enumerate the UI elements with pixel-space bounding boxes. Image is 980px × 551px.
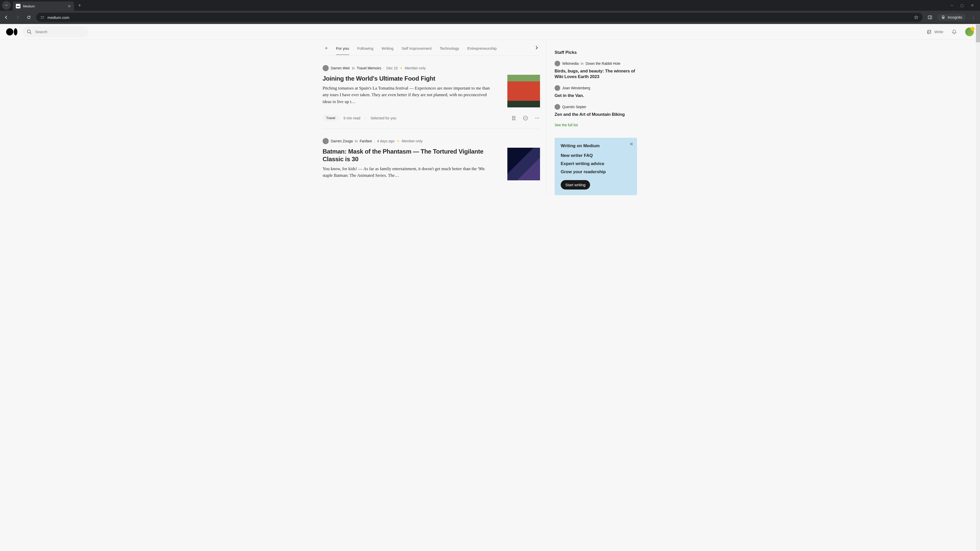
staff-pick: Joan Westenberg Get in the Van. [555, 85, 637, 98]
search-container[interactable] [22, 27, 89, 37]
browser-menu-icon[interactable]: ⋮ [969, 15, 977, 20]
selected-for-you: Selected for you [371, 116, 396, 120]
member-only-label: Member-only [402, 139, 423, 143]
member-only-label: Member-only [405, 66, 426, 70]
author-avatar[interactable] [323, 138, 329, 144]
topic-chip[interactable]: Travel [323, 114, 339, 121]
tab-close-icon[interactable]: ✕ [68, 4, 71, 9]
article-thumbnail[interactable] [508, 75, 540, 107]
pick-title[interactable]: Zen and the Art of Mountain Biking [555, 112, 637, 118]
tab-writing[interactable]: Writing [382, 46, 393, 55]
url-text: medium.com [48, 15, 69, 20]
add-topic-button[interactable]: + [325, 45, 328, 56]
card-link-readership[interactable]: Grow your readership [561, 169, 631, 175]
pick-avatar[interactable] [555, 104, 560, 110]
author-link[interactable]: Darren Zouga [331, 139, 353, 143]
site-header: Write [0, 24, 980, 40]
publication-link[interactable]: Fanfare [360, 139, 372, 143]
close-icon[interactable]: ✕ [630, 141, 633, 147]
see-full-list-link[interactable]: See the full list [555, 123, 637, 127]
article-footer: Travel 9 min read · Selected for you [323, 114, 540, 121]
pick-author[interactable]: Joan Westenberg [562, 86, 590, 90]
scrollbar-track[interactable] [976, 24, 980, 551]
card-link-advice[interactable]: Expert writing advice [561, 161, 631, 166]
tab-strip: ●● Medium ✕ + ─ ▢ ✕ [0, 0, 980, 11]
search-input[interactable] [35, 30, 85, 34]
svg-line-7 [30, 33, 32, 34]
reload-button[interactable] [25, 14, 33, 21]
tab-self-improvement[interactable]: Self Improvement [402, 46, 432, 55]
more-icon[interactable] [535, 115, 540, 121]
address-bar[interactable]: medium.com [36, 13, 923, 22]
author-link[interactable]: Darren Weir [331, 66, 350, 70]
svg-rect-0 [41, 16, 42, 17]
svg-point-6 [27, 30, 30, 33]
tab-title: Medium [23, 4, 35, 8]
site-settings-icon[interactable] [40, 15, 45, 19]
write-icon [927, 29, 932, 35]
pick-author[interactable]: Quentin Septer [562, 105, 586, 109]
card-link-faq[interactable]: New writer FAQ [561, 153, 631, 158]
start-writing-button[interactable]: Start writing [561, 180, 590, 189]
new-tab-button[interactable]: + [76, 3, 83, 8]
back-button[interactable] [3, 14, 10, 21]
pick-publication[interactable]: Down the Rabbit Hole [585, 62, 620, 65]
page-content: Write + For you Following Writing Self I… [0, 24, 980, 551]
tab-entrepreneurship[interactable]: Entrepreneurship [467, 46, 496, 55]
close-window-icon[interactable]: ✕ [971, 3, 974, 7]
svg-rect-3 [43, 18, 44, 18]
article-byline: Darren Zouga in Fanfare · 4 days ago ✦ M… [323, 138, 540, 144]
tab-favicon: ●● [16, 4, 21, 8]
member-star-icon: ✦ [396, 139, 400, 143]
svg-rect-2 [41, 18, 42, 18]
incognito-badge[interactable]: Incognito [937, 14, 966, 21]
pick-avatar[interactable] [555, 61, 560, 66]
tab-following[interactable]: Following [357, 46, 373, 55]
pick-title[interactable]: Birds, bugs, and beauty: The winners of … [555, 68, 637, 79]
incognito-label: Incognito [948, 15, 962, 19]
article-title[interactable]: Joining the World's Ultimate Food Fight [323, 75, 495, 83]
svg-point-12 [537, 118, 538, 118]
footer-separator: · [365, 116, 366, 120]
tab-search-dropdown[interactable] [2, 1, 11, 10]
forward-button[interactable] [14, 14, 21, 21]
write-button[interactable]: Write [927, 29, 943, 35]
show-less-icon[interactable] [523, 115, 528, 121]
staff-pick: Wikimedia in Down the Rabbit Hole Birds,… [555, 61, 637, 79]
publication-link[interactable]: Travel Memoirs [357, 66, 381, 70]
tab-technology[interactable]: Technology [440, 46, 459, 55]
article-excerpt: Pitching tomatoes at Spain's La Tomatina… [323, 85, 495, 105]
side-panel-icon[interactable] [926, 14, 934, 21]
tab-for-you[interactable]: For you [336, 46, 349, 55]
bookmark-star-icon[interactable] [914, 15, 918, 20]
scrollbar-thumb[interactable] [976, 24, 980, 42]
author-avatar[interactable] [323, 65, 329, 71]
write-label: Write [934, 30, 943, 34]
svg-rect-4 [928, 16, 932, 19]
article-byline: Darren Weir in Travel Memoirs · Dec 10 ✦… [323, 65, 540, 71]
article-title[interactable]: Batman: Mask of the Phantasm — The Tortu… [323, 148, 495, 163]
pick-author[interactable]: Wikimedia [562, 62, 579, 65]
bookmark-icon[interactable] [511, 115, 517, 121]
pick-avatar[interactable] [555, 85, 560, 91]
browser-tab[interactable]: ●● Medium ✕ [13, 2, 74, 11]
user-avatar[interactable] [965, 27, 974, 36]
feed-tabs: + For you Following Writing Self Improve… [323, 40, 540, 56]
minimize-icon[interactable]: ─ [951, 3, 953, 7]
svg-rect-1 [43, 16, 44, 17]
window-controls: ─ ▢ ✕ [951, 3, 978, 7]
notifications-icon[interactable] [951, 29, 957, 35]
main-feed: + For you Following Writing Self Improve… [317, 40, 546, 195]
article-card: Darren Zouga in Fanfare · 4 days ago ✦ M… [323, 129, 540, 187]
article-card: Darren Weir in Travel Memoirs · Dec 10 ✦… [323, 56, 540, 129]
byline-in: in [352, 66, 355, 70]
article-thumbnail[interactable] [508, 148, 540, 180]
toolbar: medium.com Incognito ⋮ [0, 11, 980, 24]
pick-title[interactable]: Get in the Van. [555, 93, 637, 98]
tabs-scroll-right[interactable] [520, 40, 540, 56]
medium-logo[interactable] [6, 28, 18, 35]
sidebar: Staff Picks Wikimedia in Down the Rabbit… [546, 40, 643, 195]
maximize-icon[interactable]: ▢ [960, 3, 964, 7]
byline-in: in [355, 139, 358, 143]
member-star-icon: ✦ [400, 66, 403, 70]
